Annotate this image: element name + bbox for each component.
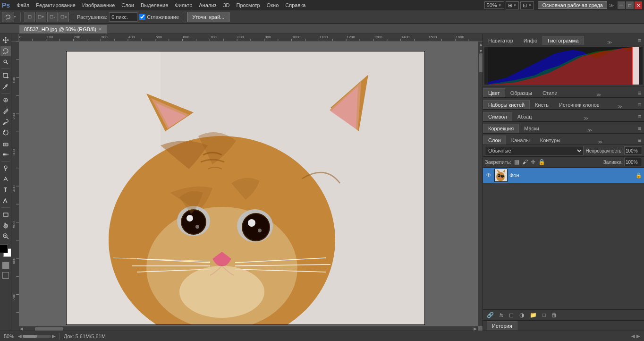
brush-panel-expand[interactable]: ≫ — [617, 104, 623, 109]
menu-help[interactable]: Справка — [282, 1, 308, 9]
pen-tool[interactable] — [0, 174, 11, 184]
document-tab[interactable]: 05537_HD.jpg @ 50% (RGB/8) ✕ — [19, 24, 107, 34]
tab-symbol[interactable]: Символ — [483, 112, 512, 121]
new-group-btn[interactable]: 📁 — [528, 311, 539, 319]
intersect-selection-btn[interactable]: ☐× — [59, 12, 69, 22]
tab-brush-presets[interactable]: Наборы кистей — [483, 100, 530, 109]
tab-swatches[interactable]: Образцы — [505, 88, 537, 97]
tab-navigator[interactable]: Навигатор — [483, 36, 518, 45]
tab-histogram[interactable]: Гистограмма — [542, 36, 584, 45]
vertical-scrollbar[interactable]: ▲ ▼ — [478, 42, 483, 326]
menu-window[interactable]: Окно — [264, 1, 282, 9]
zoom-controls[interactable]: ◀ ▶ — [18, 333, 56, 339]
lock-all-btn[interactable]: 🔒 — [538, 159, 545, 165]
brush-tool[interactable] — [0, 106, 11, 116]
scroll-up-btn[interactable]: ▲ — [478, 42, 483, 47]
zoom-dropdown-icon[interactable]: ▼ — [498, 3, 502, 8]
quick-select-tool[interactable] — [0, 57, 11, 67]
menu-layers[interactable]: Слои — [119, 1, 137, 9]
move-tool[interactable] — [0, 35, 11, 45]
tab-channels[interactable]: Каналы — [506, 136, 535, 145]
gradient-tool[interactable] — [0, 149, 11, 160]
canvas-area[interactable]: ◀ ▶ ▲ ▼ — [11, 34, 483, 331]
color-panel-menu[interactable]: ≡ — [635, 89, 644, 97]
top-panel-menu[interactable]: ≫ — [606, 40, 613, 45]
refine-edge-button[interactable]: Уточн. край... — [187, 12, 229, 22]
opacity-input[interactable] — [624, 146, 642, 155]
lasso-tool[interactable] — [0, 46, 11, 56]
lock-transparent-btn[interactable]: ▤ — [514, 159, 519, 165]
menu-analysis[interactable]: Анализ — [196, 1, 219, 9]
zoom-tool[interactable] — [0, 231, 11, 241]
h-scroll-thumb[interactable] — [35, 327, 63, 331]
quick-mask-btn[interactable] — [2, 262, 9, 269]
zoom-right-btn[interactable]: ▶ — [52, 333, 56, 339]
tab-clone-source[interactable]: Источник клонов — [554, 100, 605, 109]
correction-panel-expand[interactable]: ≫ — [586, 128, 593, 133]
scroll-left-btn[interactable]: ◀ — [19, 326, 24, 331]
document-canvas[interactable] — [66, 51, 425, 325]
new-layer-btn[interactable]: □ — [541, 311, 548, 319]
lock-position-btn[interactable]: ✛ — [531, 159, 535, 165]
maximize-button[interactable]: □ — [626, 1, 634, 9]
feather-input[interactable] — [109, 12, 137, 22]
add-selection-btn[interactable]: ☐+ — [36, 12, 46, 22]
rectangle-tool[interactable] — [0, 209, 11, 220]
fill-input[interactable] — [624, 158, 642, 166]
tab-layers[interactable]: Слои — [483, 136, 506, 145]
menu-image[interactable]: Изображение — [79, 1, 118, 9]
adjustment-layer-btn[interactable]: ◑ — [517, 311, 526, 319]
history-brush-tool[interactable] — [0, 128, 11, 138]
lock-pixels-btn[interactable]: 🖌 — [522, 159, 528, 165]
top-panel-options[interactable]: ≡ — [635, 36, 644, 45]
menu-select[interactable]: Выделение — [138, 1, 171, 9]
layers-panel-menu[interactable]: ≡ — [635, 136, 644, 145]
standard-mode-btn[interactable] — [2, 272, 9, 279]
v-scroll-thumb[interactable] — [479, 53, 483, 72]
color-panel-expand[interactable]: ≫ — [595, 92, 602, 97]
horizontal-scrollbar[interactable]: ◀ ▶ — [19, 326, 478, 331]
canvas-viewport[interactable] — [19, 42, 478, 326]
foreground-color[interactable] — [0, 245, 8, 253]
screen-mode-icon[interactable]: ⊡ — [523, 2, 527, 9]
lasso-tool-btn[interactable] — [2, 12, 14, 22]
menu-filter[interactable]: Фильтр — [172, 1, 195, 9]
minimize-button[interactable]: — — [618, 1, 625, 9]
workspace-button[interactable]: Основная рабочая среда — [538, 1, 607, 9]
dodge-tool[interactable] — [0, 163, 11, 173]
blend-mode-select[interactable]: Обычные — [485, 146, 584, 155]
brush-panel-menu[interactable]: ≡ — [635, 101, 644, 109]
path-select-tool[interactable] — [0, 196, 11, 206]
sym-panel-menu[interactable]: ≡ — [635, 112, 644, 121]
link-layers-btn[interactable]: 🔗 — [485, 311, 496, 319]
view-dropdown-icon[interactable]: ▼ — [513, 3, 517, 8]
hand-tool[interactable] — [0, 220, 11, 230]
subtract-selection-btn[interactable]: ☐- — [47, 12, 58, 22]
menu-view[interactable]: Просмотр — [233, 1, 263, 9]
tab-styles[interactable]: Стили — [537, 88, 563, 97]
workspace-expand[interactable]: ≫ — [608, 3, 615, 8]
eraser-tool[interactable] — [0, 138, 11, 149]
zoom-slider-thumb[interactable] — [23, 335, 37, 338]
text-tool[interactable]: T — [0, 185, 11, 195]
smooth-checkbox[interactable] — [139, 14, 145, 20]
crop-tool[interactable] — [0, 70, 11, 81]
clone-stamp-tool[interactable] — [0, 117, 11, 127]
status-arrows-btn[interactable]: ◀ ▶ — [631, 333, 640, 339]
tab-close-button[interactable]: ✕ — [98, 26, 102, 32]
close-button[interactable]: ✕ — [635, 1, 642, 9]
zoom-left-btn[interactable]: ◀ — [18, 333, 22, 339]
tab-brush[interactable]: Кисть — [530, 100, 554, 109]
healing-tool[interactable] — [0, 95, 11, 105]
tab-masks[interactable]: Маски — [519, 124, 544, 133]
layer-row-background[interactable]: 👁 Фон 🔒 — [483, 168, 644, 183]
eyedropper-tool[interactable] — [0, 81, 11, 92]
tab-color[interactable]: Цвет — [483, 88, 505, 97]
menu-3d[interactable]: 3D — [220, 1, 232, 9]
lasso-dropdown[interactable]: ▼ — [13, 15, 17, 18]
screen-dropdown-icon[interactable]: ▼ — [528, 3, 532, 8]
scroll-right-btn[interactable]: ▶ — [473, 326, 478, 331]
correction-panel-menu[interactable]: ≡ — [635, 124, 644, 133]
layer-visibility-eye[interactable]: 👁 — [485, 172, 492, 179]
tab-history[interactable]: История — [487, 321, 517, 330]
